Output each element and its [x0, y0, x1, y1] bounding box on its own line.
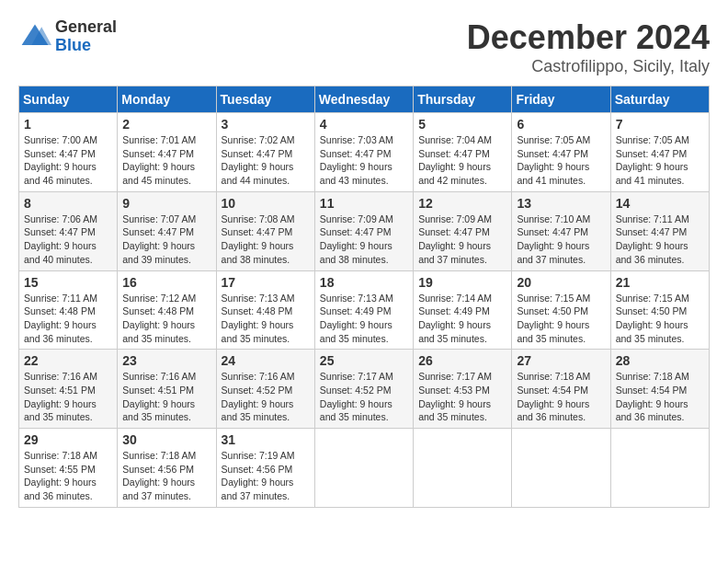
- location-title: Castrofilippo, Sicily, Italy: [467, 57, 710, 76]
- day-cell-12: 12 Sunrise: 7:09 AMSunset: 4:47 PMDaylig…: [414, 191, 512, 270]
- calendar-header-row: Sunday Monday Tuesday Wednesday Thursday…: [19, 86, 710, 113]
- day-cell-5: 5 Sunrise: 7:04 AMSunset: 4:47 PMDayligh…: [414, 113, 512, 192]
- day-cell-8: 8 Sunrise: 7:06 AMSunset: 4:47 PMDayligh…: [19, 191, 118, 270]
- day-cell-2: 2 Sunrise: 7:01 AMSunset: 4:47 PMDayligh…: [118, 113, 216, 192]
- calendar-row-week5: 29 Sunrise: 7:18 AMSunset: 4:55 PMDaylig…: [19, 429, 710, 508]
- calendar-row-week1: 1 Sunrise: 7:00 AMSunset: 4:47 PMDayligh…: [19, 113, 710, 192]
- day-cell-15: 15 Sunrise: 7:11 AMSunset: 4:48 PMDaylig…: [19, 270, 118, 350]
- day-cell-20: 20 Sunrise: 7:15 AMSunset: 4:50 PMDaylig…: [512, 270, 610, 350]
- day-cell-16: 16 Sunrise: 7:12 AMSunset: 4:48 PMDaylig…: [118, 270, 216, 350]
- day-cell-30: 30 Sunrise: 7:18 AMSunset: 4:56 PMDaylig…: [118, 429, 216, 508]
- col-tuesday: Tuesday: [216, 86, 314, 113]
- page-header: General Blue December 2024 Castrofilippo…: [18, 18, 710, 76]
- day-cell-9: 9 Sunrise: 7:07 AMSunset: 4:47 PMDayligh…: [118, 191, 216, 270]
- day-cell-18: 18 Sunrise: 7:13 AMSunset: 4:49 PMDaylig…: [314, 270, 413, 350]
- day-cell-31: 31 Sunrise: 7:19 AMSunset: 4:56 PMDaylig…: [216, 429, 314, 508]
- calendar-row-week3: 15 Sunrise: 7:11 AMSunset: 4:48 PMDaylig…: [19, 270, 710, 350]
- calendar-title-area: December 2024 Castrofilippo, Sicily, Ita…: [467, 18, 710, 76]
- day-cell-29: 29 Sunrise: 7:18 AMSunset: 4:55 PMDaylig…: [19, 429, 118, 508]
- day-cell-26: 26 Sunrise: 7:17 AMSunset: 4:53 PMDaylig…: [414, 350, 512, 429]
- day-cell-10: 10 Sunrise: 7:08 AMSunset: 4:47 PMDaylig…: [216, 191, 314, 270]
- empty-cell-2: [414, 429, 512, 508]
- col-wednesday: Wednesday: [314, 86, 413, 113]
- calendar-row-week4: 22 Sunrise: 7:16 AMSunset: 4:51 PMDaylig…: [19, 350, 710, 429]
- day-cell-28: 28 Sunrise: 7:18 AMSunset: 4:54 PMDaylig…: [610, 350, 709, 429]
- empty-cell-1: [314, 429, 413, 508]
- logo-blue-text: Blue: [55, 37, 117, 55]
- day-cell-11: 11 Sunrise: 7:09 AMSunset: 4:47 PMDaylig…: [314, 191, 413, 270]
- empty-cell-4: [610, 429, 709, 508]
- col-friday: Friday: [512, 86, 610, 113]
- day-cell-25: 25 Sunrise: 7:17 AMSunset: 4:52 PMDaylig…: [314, 350, 413, 429]
- day-cell-24: 24 Sunrise: 7:16 AMSunset: 4:52 PMDaylig…: [216, 350, 314, 429]
- col-monday: Monday: [118, 86, 216, 113]
- calendar-table: Sunday Monday Tuesday Wednesday Thursday…: [18, 86, 710, 508]
- day-cell-7: 7 Sunrise: 7:05 AMSunset: 4:47 PMDayligh…: [610, 113, 709, 192]
- logo-general-text: General: [55, 18, 117, 37]
- day-cell-21: 21 Sunrise: 7:15 AMSunset: 4:50 PMDaylig…: [610, 270, 709, 350]
- logo: General Blue: [18, 18, 117, 55]
- day-cell-22: 22 Sunrise: 7:16 AMSunset: 4:51 PMDaylig…: [19, 350, 118, 429]
- day-cell-23: 23 Sunrise: 7:16 AMSunset: 4:51 PMDaylig…: [118, 350, 216, 429]
- empty-cell-3: [512, 429, 610, 508]
- day-cell-17: 17 Sunrise: 7:13 AMSunset: 4:48 PMDaylig…: [216, 270, 314, 350]
- day-cell-13: 13 Sunrise: 7:10 AMSunset: 4:47 PMDaylig…: [512, 191, 610, 270]
- col-thursday: Thursday: [414, 86, 512, 113]
- col-sunday: Sunday: [19, 86, 118, 113]
- day-cell-27: 27 Sunrise: 7:18 AMSunset: 4:54 PMDaylig…: [512, 350, 610, 429]
- day-cell-14: 14 Sunrise: 7:11 AMSunset: 4:47 PMDaylig…: [610, 191, 709, 270]
- day-cell-1: 1 Sunrise: 7:00 AMSunset: 4:47 PMDayligh…: [19, 113, 118, 192]
- day-cell-6: 6 Sunrise: 7:05 AMSunset: 4:47 PMDayligh…: [512, 113, 610, 192]
- day-cell-4: 4 Sunrise: 7:03 AMSunset: 4:47 PMDayligh…: [314, 113, 413, 192]
- day-cell-3: 3 Sunrise: 7:02 AMSunset: 4:47 PMDayligh…: [216, 113, 314, 192]
- month-title: December 2024: [467, 18, 710, 57]
- logo-icon: [18, 20, 51, 53]
- day-cell-19: 19 Sunrise: 7:14 AMSunset: 4:49 PMDaylig…: [414, 270, 512, 350]
- col-saturday: Saturday: [610, 86, 709, 113]
- calendar-row-week2: 8 Sunrise: 7:06 AMSunset: 4:47 PMDayligh…: [19, 191, 710, 270]
